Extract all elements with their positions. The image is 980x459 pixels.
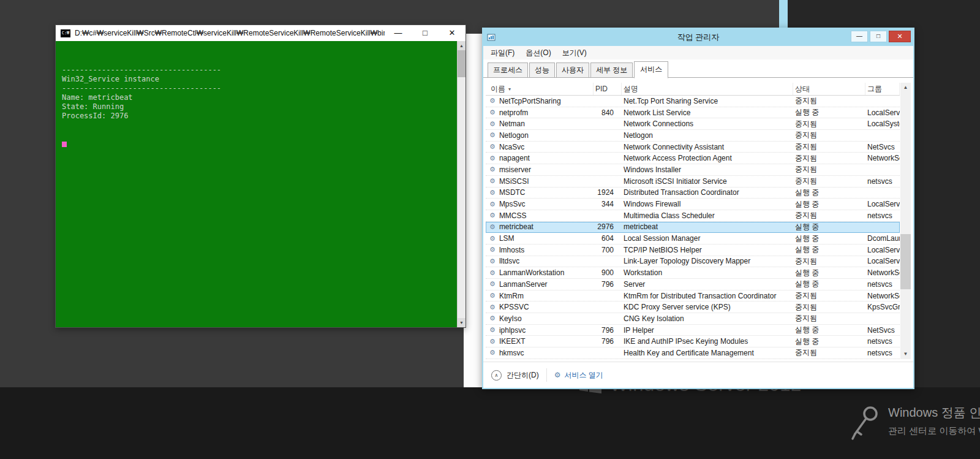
service-row[interactable]: ⚙NetlogonNetlogon중지됨 xyxy=(486,130,900,142)
service-group: NetworkServic... xyxy=(865,292,900,300)
desktop-background-bottom xyxy=(0,387,980,459)
service-row[interactable]: ⚙netprofm840Network List Service실행 중Loca… xyxy=(486,107,900,119)
service-group: LocalService xyxy=(865,257,900,265)
service-row[interactable]: ⚙hkmsvcHealth Key and Certificate Manage… xyxy=(486,347,900,359)
service-name-cell: ⚙MpsSvc xyxy=(486,200,594,208)
service-row[interactable]: ⚙MSDTC1924Distributed Transaction Coordi… xyxy=(486,188,900,199)
service-description: KtmRm for Distributed Transaction Coordi… xyxy=(622,292,793,300)
service-row[interactable]: ⚙NcaSvcNetwork Connectivity Assistant중지됨… xyxy=(486,142,900,153)
service-row[interactable]: ⚙LanmanWorkstation900Workstation실행 중Netw… xyxy=(486,267,900,279)
terminal-area[interactable]: ------------------------------------Win3… xyxy=(56,41,466,327)
cmd-scrollbar[interactable]: ▲ ▼ xyxy=(457,41,466,327)
terminal-line: Win32_Service instance xyxy=(62,75,451,84)
taskmgr-tab[interactable]: 서비스 xyxy=(634,61,668,78)
menu-item[interactable]: 보기(V) xyxy=(557,48,592,58)
taskmgr-tab[interactable]: 세부 정보 xyxy=(590,63,633,78)
service-description: Netlogon xyxy=(622,131,793,140)
service-name: lltdsvc xyxy=(499,257,519,265)
service-row[interactable]: ⚙KeyIsoCNG Key Isolation중지됨 xyxy=(486,313,900,325)
service-row[interactable]: ⚙KPSSVCKDC Proxy Server service (KPS)중지됨… xyxy=(486,302,900,313)
scroll-up-icon[interactable]: ▲ xyxy=(900,83,911,93)
scroll-down-icon[interactable]: ▼ xyxy=(458,318,466,327)
service-row[interactable]: ⚙MMCSSMultimedia Class Scheduler중지됨netsv… xyxy=(486,210,900,222)
column-header-name[interactable]: 이름 ▾ xyxy=(486,83,594,95)
terminal-line: ------------------------------------ xyxy=(62,66,451,75)
service-group: NetworkService xyxy=(865,268,900,277)
taskmgr-titlebar[interactable]: 작업 관리자 — □ ✕ xyxy=(483,29,913,46)
service-name-cell: ⚙LSM xyxy=(486,234,594,243)
service-name: LSM xyxy=(499,234,514,243)
taskmgr-maximize-button[interactable]: □ xyxy=(870,31,887,42)
service-name: MSDTC xyxy=(499,188,526,197)
menu-item[interactable]: 옵션(O) xyxy=(520,48,556,58)
service-row[interactable]: ⚙napagentNetwork Access Protection Agent… xyxy=(486,153,900,164)
menu-item[interactable]: 파일(F) xyxy=(485,48,520,58)
scroll-thumb[interactable] xyxy=(900,234,911,289)
service-name: Netman xyxy=(499,119,525,128)
service-gear-icon: ⚙ xyxy=(489,292,496,299)
service-description: IP Helper xyxy=(622,326,793,335)
service-row[interactable]: ⚙NetmanNetwork Connections중지됨LocalSystem… xyxy=(486,118,900,130)
column-header-description[interactable]: 설명 xyxy=(622,83,793,95)
service-name: LanmanWorkstation xyxy=(499,268,565,277)
cmd-minimize-button[interactable]: — xyxy=(385,25,412,41)
taskmgr-close-button[interactable]: ✕ xyxy=(889,31,911,42)
open-services-button[interactable]: ⚙ 서비스 열기 xyxy=(554,370,603,381)
column-header-label: 상태 xyxy=(795,84,810,94)
service-row[interactable]: ⚙MpsSvc344Windows Firewall실행 중LocalServi… xyxy=(486,199,900,210)
fewer-details-button[interactable]: ∧ 간단히(D) xyxy=(491,370,539,381)
service-list-view: 이름 ▾ PID 설명 상태 그룹 ⚙NetTcpPortSharingNet.… xyxy=(486,83,900,359)
service-name: IKEEXT xyxy=(499,337,526,346)
service-name-cell: ⚙Netman xyxy=(486,119,594,128)
taskmgr-tab[interactable]: 성능 xyxy=(529,63,555,78)
service-pid: 840 xyxy=(594,108,622,117)
service-row[interactable]: ⚙LSM604Local Session Manager실행 중DcomLaun… xyxy=(486,233,900,245)
scroll-down-icon[interactable]: ▼ xyxy=(900,349,911,359)
taskmgr-scrollbar[interactable]: ▲ ▼ xyxy=(900,83,911,359)
service-name: netprofm xyxy=(499,108,528,117)
service-name: napagent xyxy=(499,154,530,162)
column-header-group[interactable]: 그룹 xyxy=(865,83,900,95)
service-row[interactable]: ⚙NetTcpPortSharingNet.Tcp Port Sharing S… xyxy=(486,96,900,107)
terminal-cursor xyxy=(62,142,67,147)
service-description: Health Key and Certificate Management xyxy=(622,349,793,357)
service-group: netsvcs xyxy=(865,349,900,357)
column-header-status[interactable]: 상태 xyxy=(793,83,865,95)
service-row[interactable]: ⚙iphlpsvc796IP Helper실행 중NetSvcs xyxy=(486,325,900,336)
service-description: metricbeat xyxy=(622,222,793,231)
taskmgr-tab[interactable]: 사용자 xyxy=(556,63,589,78)
service-name-cell: ⚙napagent xyxy=(486,154,594,162)
service-gear-icon: ⚙ xyxy=(489,224,496,230)
service-row[interactable]: ⚙IKEEXT796IKE and AuthIP IPsec Keying Mo… xyxy=(486,336,900,347)
column-header-pid[interactable]: PID xyxy=(594,83,622,95)
service-row[interactable]: ⚙KtmRmKtmRm for Distributed Transaction … xyxy=(486,290,900,302)
scroll-thumb[interactable] xyxy=(458,50,466,77)
service-status: 실행 중 xyxy=(793,107,865,118)
footer-divider xyxy=(546,368,547,382)
service-name: hkmsvc xyxy=(499,349,524,357)
service-group: LocalSystemN... xyxy=(865,119,900,128)
service-row[interactable]: ⚙MSiSCSIMicrosoft iSCSI Initiator Servic… xyxy=(486,176,900,188)
cmd-close-button[interactable]: ✕ xyxy=(439,25,466,41)
cmd-titlebar[interactable]: C:₩ D:₩c#₩serviceKill₩Src₩RemoteCtl₩serv… xyxy=(56,25,466,41)
taskmgr-minimize-button[interactable]: — xyxy=(851,31,868,42)
service-row[interactable]: ⚙msiserverWindows Installer중지됨 xyxy=(486,164,900,176)
service-row[interactable]: ⚙metricbeat2976metricbeat실행 중 xyxy=(486,222,900,233)
terminal-line: Name: metricbeat xyxy=(62,93,451,102)
service-status: 실행 중 xyxy=(793,279,865,289)
service-description: Network List Service xyxy=(622,108,793,117)
service-gear-icon: ⚙ xyxy=(489,178,496,184)
column-header-label: 그룹 xyxy=(867,84,882,94)
service-row[interactable]: ⚙LanmanServer796Server실행 중netsvcs xyxy=(486,279,900,290)
service-row[interactable]: ⚙lmhosts700TCP/IP NetBIOS Helper실행 중Loca… xyxy=(486,245,900,256)
service-status: 실행 중 xyxy=(793,188,865,198)
chevron-up-icon: ∧ xyxy=(491,370,502,381)
scroll-up-icon[interactable]: ▲ xyxy=(458,41,466,50)
service-row[interactable]: ⚙lltdsvcLink-Layer Topology Discovery Ma… xyxy=(486,256,900,268)
service-description: TCP/IP NetBIOS Helper xyxy=(622,246,793,254)
sort-descending-icon: ▾ xyxy=(508,86,511,92)
service-pid: 900 xyxy=(594,268,622,277)
cmd-maximize-button[interactable]: □ xyxy=(412,25,439,41)
taskmgr-tab[interactable]: 프로세스 xyxy=(488,63,528,78)
service-group: netsvcs xyxy=(865,211,900,220)
